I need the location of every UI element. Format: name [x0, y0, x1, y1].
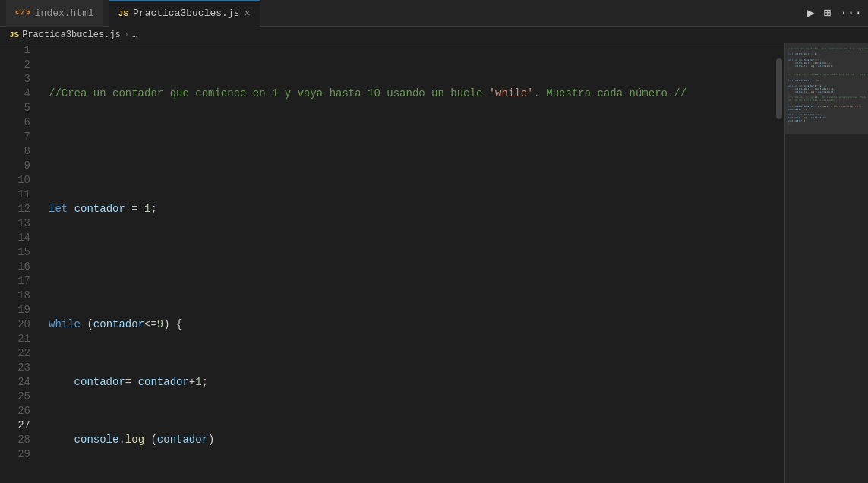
line-num-25: 25 — [12, 390, 30, 404]
scrollbar-thumb[interactable] — [776, 58, 782, 119]
close-icon[interactable]: × — [244, 8, 250, 19]
breadcrumb-separator: › — [124, 30, 129, 40]
line-num-14: 14 — [12, 231, 30, 245]
js-icon-small: JS — [9, 30, 19, 39]
line-num-21: 21 — [12, 332, 30, 346]
code-line-4 — [49, 260, 774, 274]
line-num-18: 18 — [12, 289, 30, 303]
title-bar-controls: ▶ ⊞ ··· — [807, 5, 862, 21]
line-num-12: 12 — [12, 202, 30, 216]
line-num-5: 5 — [12, 101, 30, 115]
line-num-17: 17 — [12, 274, 30, 289]
more-options-icon[interactable]: ··· — [840, 6, 862, 20]
line-num-24: 24 — [12, 375, 30, 390]
line-num-2: 2 — [12, 58, 30, 72]
breadcrumb-filename: Practica3bucles.js — [22, 30, 121, 40]
line-num-26: 26 — [12, 404, 30, 418]
tab-label-practica3: Practica3bucles.js — [133, 8, 239, 19]
js-icon: JS — [118, 9, 128, 18]
title-bar: </> index.html JS Practica3bucles.js × ▶… — [0, 0, 868, 27]
line-num-8: 8 — [12, 144, 30, 159]
line-num-28: 28 — [12, 433, 30, 447]
code-line-5: while ( contador <= 9 ) { — [49, 317, 774, 332]
tab-practica3-js[interactable]: JS Practica3bucles.js × — [109, 0, 260, 27]
tab-label-index: index.html — [35, 8, 94, 19]
vertical-scrollbar[interactable] — [774, 43, 784, 483]
breadcrumb: JS Practica3bucles.js › … — [0, 27, 868, 43]
line-num-23: 23 — [12, 361, 30, 375]
line-num-9: 9 — [12, 159, 30, 173]
code-line-6: contador = contador + 1 ; — [49, 375, 774, 390]
editor-area: 1 2 3 4 5 6 7 8 9 10 11 12 13 14 15 16 1… — [0, 43, 868, 483]
breadcrumb-dots: … — [132, 30, 137, 40]
line-num-15: 15 — [12, 245, 30, 260]
line-num-7: 7 — [12, 130, 30, 144]
split-editor-icon[interactable]: ⊞ — [824, 5, 832, 21]
code-line-3: let contador = 1 ; — [49, 202, 774, 216]
line-num-29: 29 — [12, 447, 30, 462]
line-num-1: 1 — [12, 43, 30, 58]
line-num-16: 16 — [12, 260, 30, 274]
line-numbers: 1 2 3 4 5 6 7 8 9 10 11 12 13 14 15 16 1… — [0, 43, 36, 483]
code-editor[interactable]: //Crea un contador que comience en 1 y v… — [36, 43, 774, 483]
line-num-19: 19 — [12, 303, 30, 317]
code-line-7: console . log ( contador ) — [49, 433, 774, 447]
line-num-20: 20 — [12, 317, 30, 332]
minimap-viewport — [785, 43, 868, 134]
code-line-2 — [49, 144, 774, 159]
line-num-6: 6 — [12, 115, 30, 130]
line-num-10: 10 — [12, 173, 30, 188]
line-num-11: 11 — [12, 188, 30, 202]
line-num-22: 22 — [12, 346, 30, 361]
line-num-3: 3 — [12, 72, 30, 87]
run-icon[interactable]: ▶ — [807, 5, 815, 21]
code-line-1: //Crea un contador que comience en 1 y v… — [49, 87, 774, 101]
minimap: //Crea un contador que comience en 1 y v… — [784, 43, 868, 483]
line-num-4: 4 — [12, 87, 30, 101]
line-num-27: 27 — [12, 418, 30, 433]
html-icon: </> — [15, 8, 30, 17]
line-num-13: 13 — [12, 216, 30, 231]
tab-index-html[interactable]: </> index.html — [6, 0, 103, 27]
